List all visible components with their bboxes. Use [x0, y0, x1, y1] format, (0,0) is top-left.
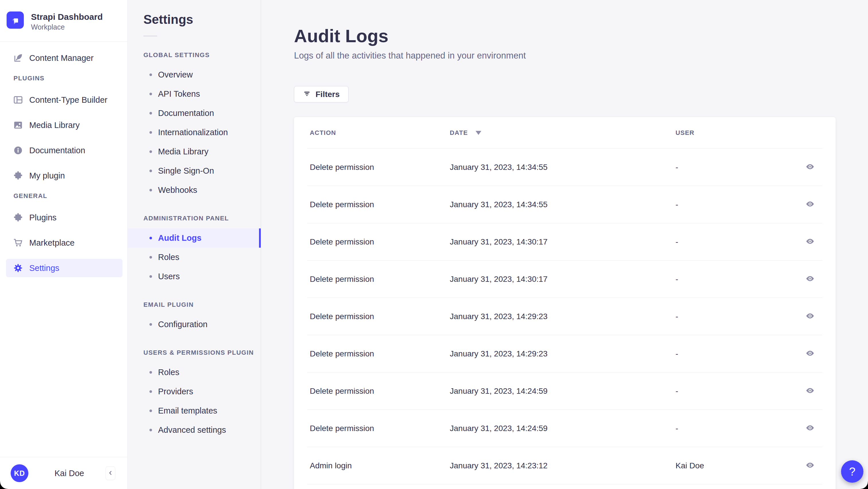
cell-date: January 31, 2023, 14:34:55	[450, 163, 676, 172]
cell-date: January 31, 2023, 14:30:17	[450, 275, 676, 284]
eye-icon	[805, 349, 815, 359]
subnav-item-advanced-settings[interactable]: Advanced settings	[128, 420, 261, 440]
subnav-item-internationalization[interactable]: Internationalization	[128, 123, 261, 142]
page-title: Audit Logs	[294, 26, 836, 45]
cell-action: Delete permission	[310, 312, 450, 321]
subnav-item-single-sign-on[interactable]: Single Sign-On	[128, 161, 261, 181]
sidebar-item-label: Documentation	[29, 146, 85, 155]
cell-action: Delete permission	[310, 349, 450, 359]
subnav-section-global-settings: GLOBAL SETTINGS	[144, 51, 261, 59]
nav-section-general: GENERAL	[13, 192, 127, 200]
settings-subnav: Settings GLOBAL SETTINGS Overview API To…	[128, 0, 261, 489]
subnav-title: Settings	[144, 12, 261, 26]
view-log-button[interactable]	[803, 384, 817, 398]
subnav-item-documentation[interactable]: Documentation	[128, 103, 261, 123]
view-log-button[interactable]	[803, 347, 817, 361]
view-log-button[interactable]	[803, 160, 817, 174]
cell-user: Kai Doe	[676, 461, 798, 470]
eye-icon	[805, 461, 815, 471]
bullet-icon	[150, 112, 152, 115]
eye-icon	[805, 423, 815, 433]
view-log-button[interactable]	[803, 198, 817, 212]
sidebar-item-label: Content-Type Builder	[29, 95, 107, 105]
subnav-item-api-tokens[interactable]: API Tokens	[128, 84, 261, 103]
pen-icon	[13, 53, 23, 63]
view-log-button[interactable]	[803, 272, 817, 286]
column-header-user: USER	[676, 129, 798, 136]
table-row: Delete permission January 31, 2023, 14:2…	[307, 298, 823, 335]
bullet-icon	[150, 275, 152, 278]
puzzle-icon	[13, 171, 23, 181]
cell-date: January 31, 2023, 14:29:23	[450, 349, 676, 359]
chevron-left-icon	[107, 470, 114, 477]
cell-date: January 31, 2023, 14:23:12	[450, 461, 676, 470]
cell-user: -	[676, 312, 798, 321]
subnav-item-email-templates[interactable]: Email templates	[128, 401, 261, 420]
cell-date: January 31, 2023, 14:34:55	[450, 200, 676, 209]
eye-icon	[805, 162, 815, 172]
eye-icon	[805, 386, 815, 396]
sidebar-item-label: Plugins	[29, 213, 57, 222]
sidebar-item-content-manager[interactable]: Content Manager	[6, 49, 123, 67]
bullet-icon	[150, 189, 152, 191]
sidebar-item-content-type-builder[interactable]: Content-Type Builder	[6, 91, 123, 109]
cell-user: -	[676, 424, 798, 433]
view-log-button[interactable]	[803, 310, 817, 324]
sidebar-item-media-library[interactable]: Media Library	[6, 116, 123, 134]
collapse-sidebar-button[interactable]	[105, 466, 115, 480]
subnav-item-providers[interactable]: Providers	[128, 382, 261, 401]
subnav-divider	[144, 36, 157, 36]
main-content: Audit Logs Logs of all the activities th…	[261, 0, 868, 489]
subnav-item-media-library[interactable]: Media Library	[128, 142, 261, 161]
bullet-icon	[150, 429, 152, 431]
column-header-date[interactable]: DATE	[450, 129, 676, 136]
bullet-icon	[150, 323, 152, 326]
picture-icon	[13, 120, 23, 130]
table-row: Delete permission January 31, 2023, 14:2…	[307, 335, 823, 372]
subnav-item-webhooks[interactable]: Webhooks	[128, 181, 261, 200]
help-button[interactable]: ?	[841, 460, 863, 483]
audit-logs-table: ACTION DATE USER Delete permission Janua…	[294, 117, 836, 489]
sidebar-item-label: Media Library	[29, 121, 80, 130]
cell-user: -	[676, 163, 798, 172]
subnav-item-roles[interactable]: Roles	[128, 248, 261, 267]
cell-action: Delete permission	[310, 200, 450, 209]
sidebar-item-label: Marketplace	[29, 238, 74, 248]
user-footer: KD Kai Doe	[0, 457, 127, 489]
column-header-action: ACTION	[310, 129, 450, 136]
view-log-button[interactable]	[803, 422, 817, 435]
cell-date: January 31, 2023, 14:24:59	[450, 387, 676, 396]
bullet-icon	[150, 390, 152, 393]
workspace-subtitle: Workplace	[31, 23, 103, 31]
eye-icon	[805, 200, 815, 210]
subnav-item-overview[interactable]: Overview	[128, 65, 261, 84]
sidebar-item-label: Settings	[29, 264, 59, 273]
sidebar-item-settings[interactable]: Settings	[6, 259, 123, 277]
subnav-item-configuration[interactable]: Configuration	[128, 315, 261, 334]
bullet-icon	[150, 256, 152, 258]
filter-icon	[303, 90, 311, 99]
subnav-item-users[interactable]: Users	[128, 267, 261, 286]
filters-button[interactable]: Filters	[294, 86, 348, 102]
cell-date: January 31, 2023, 14:30:17	[450, 237, 676, 246]
view-log-button[interactable]	[803, 459, 817, 472]
workspace-title: Strapi Dashboard	[31, 12, 103, 22]
gear-icon	[13, 263, 23, 273]
view-log-button[interactable]	[803, 235, 817, 249]
cell-action: Delete permission	[310, 387, 450, 396]
subnav-item-up-roles[interactable]: Roles	[128, 363, 261, 382]
subnav-item-audit-logs[interactable]: Audit Logs	[128, 228, 261, 248]
layout-grid-icon	[13, 95, 23, 105]
cell-user: -	[676, 275, 798, 284]
page-subtitle: Logs of all the activities that happened…	[294, 50, 836, 61]
sidebar-item-marketplace[interactable]: Marketplace	[6, 234, 123, 252]
sidebar-item-documentation[interactable]: Documentation	[6, 141, 123, 159]
eye-icon	[805, 237, 815, 247]
avatar[interactable]: KD	[10, 464, 28, 482]
cell-user: -	[676, 387, 798, 396]
sidebar-item-plugins[interactable]: Plugins	[6, 208, 123, 227]
cell-user: -	[676, 200, 798, 209]
bullet-icon	[150, 131, 152, 134]
cell-action: Admin login	[310, 461, 450, 470]
sidebar-item-my-plugin[interactable]: My plugin	[6, 166, 123, 185]
